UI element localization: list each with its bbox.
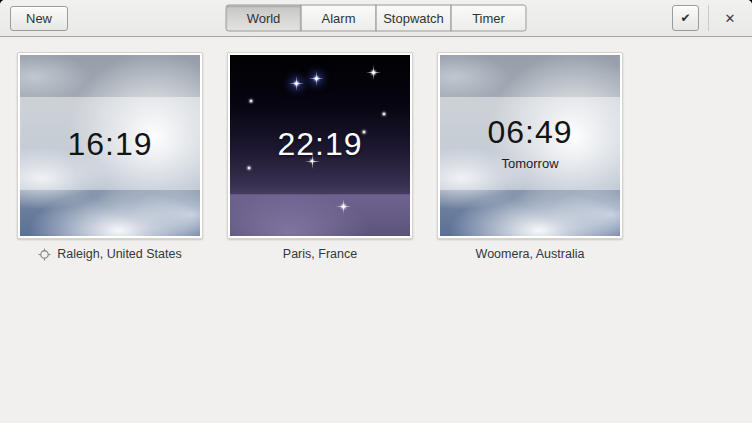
star-icon — [342, 205, 345, 208]
tab-alarm[interactable]: Alarm — [301, 5, 377, 32]
world-clock-grid: 16:19 Raleigh, United States — [0, 37, 752, 276]
world-clock-paris: 22:19 Paris, France — [227, 52, 413, 261]
clock-location-label: Paris, France — [283, 247, 357, 261]
star-icon — [295, 82, 298, 85]
clock-location-row: Woomera, Australia — [437, 247, 623, 261]
new-button[interactable]: New — [10, 6, 68, 31]
clocks-window: New World Alarm Stopwatch Timer ✔ ✕ 16:1… — [0, 0, 752, 423]
day-sky-image: 16:19 — [20, 55, 200, 236]
close-icon: ✕ — [725, 11, 736, 26]
clock-location-row: Raleigh, United States — [17, 247, 203, 261]
auto-location-icon — [38, 248, 51, 261]
clock-time: 16:19 — [67, 128, 152, 160]
clock-tile[interactable]: 06:49 Tomorrow — [437, 52, 623, 239]
close-button[interactable]: ✕ — [718, 5, 742, 31]
star-icon — [372, 71, 375, 74]
clock-location-label: Raleigh, United States — [57, 247, 181, 261]
day-sky-image: 06:49 Tomorrow — [440, 55, 620, 236]
tab-timer[interactable]: Timer — [451, 5, 527, 32]
checkmark-icon: ✔ — [680, 11, 690, 25]
clock-time: 06:49 — [487, 116, 572, 148]
time-band: 22:19 — [230, 97, 410, 190]
world-clock-woomera: 06:49 Tomorrow Woomera, Australia — [437, 52, 623, 261]
clock-day-label: Tomorrow — [501, 156, 558, 171]
night-sky-image: 22:19 — [230, 55, 410, 236]
world-clock-raleigh: 16:19 Raleigh, United States — [17, 52, 203, 261]
header-controls: ✔ ✕ — [672, 5, 742, 31]
time-band: 06:49 Tomorrow — [440, 97, 620, 190]
tab-stopwatch[interactable]: Stopwatch — [376, 5, 452, 32]
star-icon — [315, 77, 318, 80]
tab-world[interactable]: World — [226, 5, 302, 32]
clock-location-row: Paris, France — [227, 247, 413, 261]
clock-tile[interactable]: 16:19 — [17, 52, 203, 239]
header-separator — [708, 5, 709, 31]
clock-tile[interactable]: 22:19 — [227, 52, 413, 239]
header-bar: New World Alarm Stopwatch Timer ✔ ✕ — [0, 0, 752, 37]
clock-time: 22:19 — [277, 128, 362, 160]
select-button[interactable]: ✔ — [672, 5, 699, 31]
clock-location-label: Woomera, Australia — [476, 247, 585, 261]
time-band: 16:19 — [20, 97, 200, 190]
view-switcher: World Alarm Stopwatch Timer — [226, 5, 527, 32]
